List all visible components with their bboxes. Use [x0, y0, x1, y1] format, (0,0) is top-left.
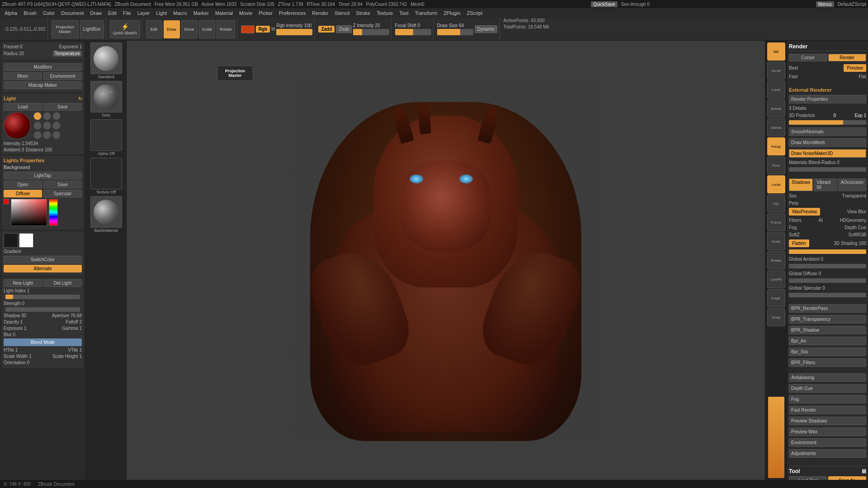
icon-local[interactable]: Local	[767, 80, 785, 99]
switch-color-btn[interactable]: SwitchColor	[4, 256, 82, 263]
light-ball-7[interactable]	[33, 131, 42, 139]
icon-scroll[interactable]: Scroll	[767, 61, 785, 80]
matcap-maker-btn[interactable]: Matcap Maker	[4, 81, 82, 89]
menu-document[interactable]: Document	[58, 9, 86, 17]
menu-marker[interactable]: Marker	[191, 9, 212, 17]
icon-xyz[interactable]: Xyz	[767, 194, 785, 212]
edit-btn[interactable]: Edit	[146, 20, 162, 38]
menu-color[interactable]: Color	[40, 9, 57, 17]
smooth-normals-btn[interactable]: SmoothNormals	[789, 127, 866, 136]
icon-frame[interactable]: Frame	[767, 213, 785, 231]
menu-zplugin[interactable]: ZPlugin	[441, 9, 463, 17]
global-ambient-slider[interactable]	[789, 264, 866, 268]
hue-slider[interactable]	[49, 199, 58, 226]
new-light-btn[interactable]: New Light	[4, 279, 42, 287]
fast-render-btn[interactable]: Fast Render	[789, 406, 866, 414]
flatten-btn[interactable]: Flatten	[789, 239, 809, 247]
mixer-btn[interactable]: Mixer	[4, 72, 42, 80]
menu-texture[interactable]: Texture	[374, 9, 396, 17]
bpr-shadow-btn[interactable]: BPR_Shadow	[789, 326, 866, 334]
canvas-area[interactable]: Projection Master	[127, 41, 765, 480]
draw-noisemaker-btn[interactable]: Draw NoiseMaker3D	[789, 149, 866, 158]
light-save-btn[interactable]: Save	[43, 103, 82, 111]
menu-macro[interactable]: Macro	[170, 9, 190, 17]
preview-wax-btn[interactable]: Preview Wax	[789, 427, 866, 436]
swatch-white[interactable]	[19, 233, 33, 248]
cursor-btn[interactable]: Cursor	[789, 54, 827, 61]
light-refresh-icon[interactable]: ↻	[78, 96, 82, 101]
rgb-intensity-slider[interactable]	[276, 29, 312, 35]
global-diffuse-slider[interactable]	[789, 278, 866, 283]
light-ball-2[interactable]	[43, 112, 51, 120]
material-texture-off[interactable]: Texture Off	[90, 158, 122, 194]
menu-transform[interactable]: Transform	[412, 9, 440, 17]
menu-movie[interactable]: Movie	[236, 9, 255, 17]
preview-btn[interactable]: Preview	[844, 64, 866, 72]
quick-sketch-btn[interactable]: ⚡ Quick Sketch	[110, 20, 140, 38]
icon-bill[interactable]: Bill	[767, 42, 785, 61]
swatch-black[interactable]	[4, 233, 18, 248]
modifiers-btn[interactable]: Modifiers	[4, 63, 82, 71]
menu-light[interactable]: Light	[153, 9, 170, 17]
icon-linefill[interactable]: LineFill	[767, 270, 785, 288]
menu-stencil[interactable]: Stencil	[332, 9, 352, 17]
quick-save-btn[interactable]: QuickSave	[591, 1, 617, 7]
light-load-btn[interactable]: Load	[4, 103, 42, 111]
menu-brush[interactable]: Brush	[21, 9, 39, 17]
draw-size-slider[interactable]	[437, 29, 473, 35]
bpr-ao-btn[interactable]: Bpr_Ao	[789, 337, 866, 345]
light-sphere[interactable]	[4, 112, 31, 139]
menu-file[interactable]: File	[120, 9, 134, 17]
render-properties-btn[interactable]: Render Properties	[789, 95, 866, 103]
light-ball-4[interactable]	[33, 122, 42, 130]
menu-tool[interactable]: Tool	[396, 9, 411, 17]
shadows-btn[interactable]: Shadows	[789, 178, 813, 191]
global-specular-slider[interactable]	[789, 293, 866, 297]
projection-master-btn[interactable]: Projection Master	[52, 20, 79, 38]
shading-slider[interactable]	[789, 249, 866, 254]
icon-local2[interactable]: Local	[767, 175, 785, 193]
color-marker[interactable]	[4, 199, 9, 204]
scale-btn[interactable]: Scale	[199, 20, 216, 38]
open-btn[interactable]: Open	[4, 181, 42, 188]
z-intensity-slider[interactable]	[353, 29, 389, 35]
menu-zscript[interactable]: ZScript	[464, 9, 485, 17]
render-btn[interactable]: Render	[828, 54, 867, 61]
icon-actual[interactable]: Actual	[767, 99, 785, 117]
vibrant-btn[interactable]: Vibrant 56	[814, 178, 837, 191]
move-btn[interactable]: Move	[181, 20, 198, 38]
adjustments-btn[interactable]: Adjustments	[789, 449, 866, 458]
light-ball-6[interactable]	[52, 122, 61, 130]
dynamic-btn[interactable]: Dynamic	[475, 25, 498, 33]
wax-preview-btn[interactable]: WaxPreview	[789, 208, 820, 216]
light-ball-9[interactable]	[52, 131, 61, 139]
icon-polyf[interactable]: PolyF	[767, 289, 785, 307]
zadd-btn[interactable]: Zadd	[318, 26, 335, 33]
light-index-slider[interactable]	[5, 295, 80, 299]
light-ball-5[interactable]	[43, 122, 51, 130]
environment-btn[interactable]: Environment	[789, 438, 866, 447]
material-dots[interactable]: Dots	[90, 81, 122, 117]
lightbox-btn[interactable]: LightBox	[80, 20, 104, 38]
light-ball-8[interactable]	[43, 131, 51, 139]
menu-layer[interactable]: Layer	[135, 9, 153, 17]
color-swatch-btn[interactable]	[241, 25, 255, 33]
menu-stroke[interactable]: Stroke	[353, 9, 373, 17]
save2-btn[interactable]: Save	[43, 181, 82, 188]
draw-micromesh-btn[interactable]: Draw MicroMesh	[789, 138, 866, 147]
tool-expand-icon[interactable]: ⊞	[862, 468, 866, 474]
icon-scale[interactable]: Scale	[767, 232, 785, 250]
bpr-filters-btn[interactable]: BPR_Filters	[789, 358, 866, 367]
focal-shift-slider[interactable]	[395, 29, 431, 35]
zsub-btn[interactable]: Zsub	[336, 25, 351, 33]
menu-material[interactable]: Material	[212, 9, 236, 17]
icon-persp[interactable]: Persp	[767, 137, 785, 155]
icon-rotate[interactable]: Rotate	[767, 251, 785, 269]
posterize-slider[interactable]	[789, 120, 866, 125]
aocclusion-btn[interactable]: AOcclusion	[838, 178, 866, 191]
depth-cue-btn[interactable]: Depth Cue	[789, 384, 866, 393]
menu-picker[interactable]: Picker	[256, 9, 275, 17]
material-alpha-off[interactable]: Alpha Off	[90, 119, 122, 156]
del-light-btn[interactable]: Del Light	[43, 279, 82, 287]
bpr-sss-btn[interactable]: Bpr_Sss	[789, 347, 866, 356]
